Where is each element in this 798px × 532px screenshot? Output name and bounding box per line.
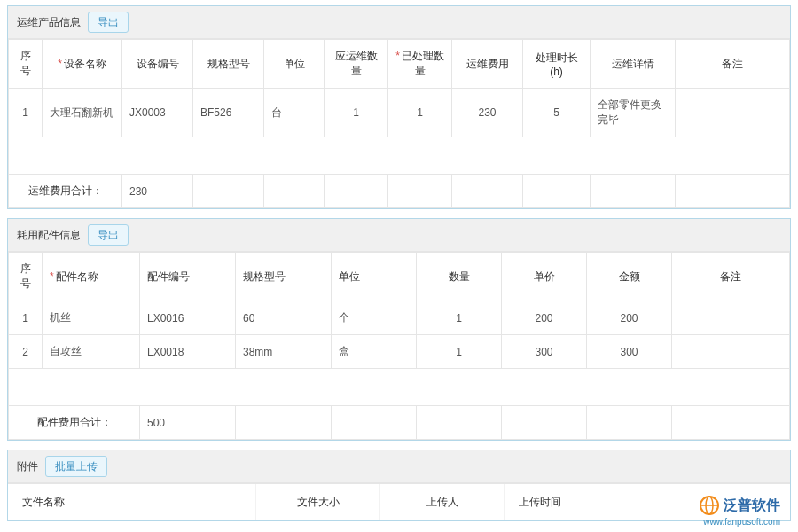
brand-name: 泛普软件 bbox=[724, 497, 780, 515]
parts-panel: 耗用配件信息 导出 序号 *配件名称 配件编号 规格型号 单位 数量 单价 金额… bbox=[7, 218, 791, 441]
col-device-code: 设备编号 bbox=[122, 40, 193, 89]
cell-done: 1 bbox=[388, 89, 452, 137]
cell-unit: 盒 bbox=[332, 335, 417, 369]
table-row[interactable]: 1 机丝 LX0016 60 个 1 200 200 bbox=[9, 301, 790, 335]
col-seq: 序号 bbox=[9, 40, 43, 89]
export-button-parts[interactable]: 导出 bbox=[88, 224, 129, 246]
col-qty: 数量 bbox=[417, 253, 502, 301]
cell-fee: 230 bbox=[452, 89, 523, 137]
col-remark: 备注 bbox=[676, 40, 790, 89]
spacer-row bbox=[9, 137, 790, 175]
col-fee: 运维费用 bbox=[452, 40, 523, 89]
panel-title: 附件 bbox=[17, 459, 38, 474]
sum-label: 配件费用合计： bbox=[9, 406, 140, 440]
maintenance-product-panel: 运维产品信息 导出 序号 *设备名称 设备编号 规格型号 单位 应运维数量 *已… bbox=[7, 5, 791, 209]
sum-value: 500 bbox=[140, 406, 236, 440]
col-hours: 处理时长(h) bbox=[523, 40, 591, 89]
cell-hours: 5 bbox=[523, 89, 591, 137]
col-seq: 序号 bbox=[9, 253, 43, 301]
col-done-qty: *已处理数量 bbox=[388, 40, 452, 89]
table-header-row: 序号 *配件名称 配件编号 规格型号 单位 数量 单价 金额 备注 bbox=[9, 253, 790, 301]
col-part-name: *配件名称 bbox=[43, 253, 140, 301]
cell-unit: 个 bbox=[332, 301, 417, 335]
cell-remark bbox=[676, 89, 790, 137]
cell-qty: 1 bbox=[417, 335, 502, 369]
cell-part-code: LX0016 bbox=[140, 301, 236, 335]
brand-url: www.fanpusoft.com bbox=[703, 517, 780, 527]
cell-detail: 全部零件更换完毕 bbox=[591, 89, 676, 137]
col-spec: 规格型号 bbox=[193, 40, 264, 89]
sum-row: 配件费用合计： 500 bbox=[9, 406, 790, 440]
attachment-panel: 附件 批量上传 文件名称 文件大小 上传人 上传时间 bbox=[7, 450, 791, 521]
cell-device-name: 大理石翻新机 bbox=[43, 89, 122, 137]
cell-spec: BF526 bbox=[193, 89, 264, 137]
table-row[interactable]: 1 大理石翻新机 JX0003 BF526 台 1 1 230 5 全部零件更换… bbox=[9, 89, 790, 137]
attachment-header-row: 文件名称 文件大小 上传人 上传时间 bbox=[8, 483, 790, 520]
cell-due: 1 bbox=[325, 89, 388, 137]
sum-value: 230 bbox=[122, 175, 193, 208]
col-part-code: 配件编号 bbox=[140, 253, 236, 301]
cell-spec: 60 bbox=[236, 301, 332, 335]
cell-device-code: JX0003 bbox=[122, 89, 193, 137]
batch-upload-button[interactable]: 批量上传 bbox=[45, 456, 107, 477]
panel-header-attachment: 附件 批量上传 bbox=[8, 450, 790, 483]
cell-qty: 1 bbox=[417, 301, 502, 335]
parts-table: 序号 *配件名称 配件编号 规格型号 单位 数量 单价 金额 备注 1 机丝 L… bbox=[8, 252, 790, 440]
export-button-maintenance[interactable]: 导出 bbox=[88, 12, 129, 33]
cell-spec: 38mm bbox=[236, 335, 332, 369]
cell-unit: 台 bbox=[264, 89, 325, 137]
cell-part-name: 机丝 bbox=[43, 301, 140, 335]
brand-logo: 泛普软件 bbox=[699, 495, 780, 516]
cell-remark bbox=[672, 301, 790, 335]
cell-seq: 1 bbox=[9, 301, 43, 335]
col-detail: 运维详情 bbox=[591, 40, 676, 89]
panel-header-parts: 耗用配件信息 导出 bbox=[8, 219, 790, 252]
col-device-name: *设备名称 bbox=[43, 40, 122, 89]
panel-title: 运维产品信息 bbox=[17, 15, 81, 30]
col-amount: 金额 bbox=[587, 253, 672, 301]
cell-price: 300 bbox=[502, 335, 587, 369]
spacer-row bbox=[9, 369, 790, 406]
table-header-row: 序号 *设备名称 设备编号 规格型号 单位 应运维数量 *已处理数量 运维费用 … bbox=[9, 40, 790, 89]
cell-part-code: LX0018 bbox=[140, 335, 236, 369]
col-upload-time: 上传时间 bbox=[505, 484, 664, 520]
col-uploader: 上传人 bbox=[380, 484, 505, 520]
cell-part-name: 自攻丝 bbox=[43, 335, 140, 369]
col-file-name: 文件名称 bbox=[8, 484, 256, 520]
col-file-size: 文件大小 bbox=[256, 484, 380, 520]
panel-title: 耗用配件信息 bbox=[17, 228, 81, 243]
col-unit: 单位 bbox=[264, 40, 325, 89]
table-row[interactable]: 2 自攻丝 LX0018 38mm 盒 1 300 300 bbox=[9, 335, 790, 369]
maintenance-table: 序号 *设备名称 设备编号 规格型号 单位 应运维数量 *已处理数量 运维费用 … bbox=[8, 39, 790, 208]
cell-seq: 2 bbox=[9, 335, 43, 369]
globe-icon bbox=[699, 495, 720, 516]
panel-header-maintenance: 运维产品信息 导出 bbox=[8, 6, 790, 39]
sum-label: 运维费用合计： bbox=[9, 175, 122, 208]
col-spec: 规格型号 bbox=[236, 253, 332, 301]
col-remark: 备注 bbox=[672, 253, 790, 301]
cell-amount: 200 bbox=[587, 301, 672, 335]
cell-seq: 1 bbox=[9, 89, 43, 137]
cell-remark bbox=[672, 335, 790, 369]
col-price: 单价 bbox=[502, 253, 587, 301]
cell-amount: 300 bbox=[587, 335, 672, 369]
cell-price: 200 bbox=[502, 301, 587, 335]
col-unit: 单位 bbox=[332, 253, 417, 301]
sum-row: 运维费用合计： 230 bbox=[9, 175, 790, 208]
col-due-qty: 应运维数量 bbox=[325, 40, 388, 89]
